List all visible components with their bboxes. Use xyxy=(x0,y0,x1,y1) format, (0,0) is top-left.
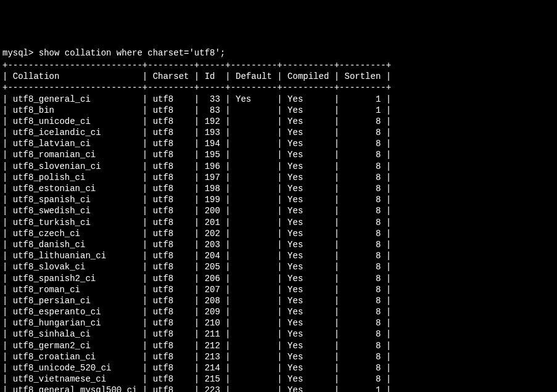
table-row: | utf8_danish_ci | utf8 | 203 | | Yes | … xyxy=(2,239,555,250)
table-row: | utf8_latvian_ci | utf8 | 194 | | Yes |… xyxy=(2,138,555,149)
table-row: | utf8_slovenian_ci | utf8 | 196 | | Yes… xyxy=(2,161,555,172)
table-row: | utf8_esperanto_ci | utf8 | 209 | | Yes… xyxy=(2,306,555,317)
terminal-output[interactable]: mysql> show collation where charset='utf… xyxy=(2,47,555,392)
table-row: | utf8_sinhala_ci | utf8 | 211 | | Yes |… xyxy=(2,329,555,340)
table-separator: +--------------------------+---------+--… xyxy=(2,82,555,93)
table-row: | utf8_hungarian_ci | utf8 | 210 | | Yes… xyxy=(2,317,555,329)
table-header: | Collation | Charset | Id | Default | C… xyxy=(2,71,555,82)
table-row: | utf8_estonian_ci | utf8 | 198 | | Yes … xyxy=(2,183,555,194)
table-row: | utf8_icelandic_ci | utf8 | 193 | | Yes… xyxy=(2,127,555,138)
table-row: | utf8_turkish_ci | utf8 | 201 | | Yes |… xyxy=(2,217,555,228)
table-row: | utf8_romanian_ci | utf8 | 195 | | Yes … xyxy=(2,149,555,160)
table-row: | utf8_general_mysql500_ci | utf8 | 223 … xyxy=(2,385,555,392)
table-row: | utf8_german2_ci | utf8 | 212 | | Yes |… xyxy=(2,340,555,351)
table-row: | utf8_unicode_520_ci | utf8 | 214 | | Y… xyxy=(2,362,555,374)
table-row: | utf8_bin | utf8 | 83 | | Yes | 1 | xyxy=(2,105,555,116)
table-row: | utf8_lithuanian_ci | utf8 | 204 | | Ye… xyxy=(2,250,555,261)
table-row: | utf8_polish_ci | utf8 | 197 | | Yes | … xyxy=(2,172,555,183)
table-separator: +--------------------------+---------+--… xyxy=(2,60,555,71)
table-row: | utf8_swedish_ci | utf8 | 200 | | Yes |… xyxy=(2,205,555,216)
sql-prompt: mysql> show collation where charset='utf… xyxy=(2,47,555,59)
table-row: | utf8_general_ci | utf8 | 33 | Yes | Ye… xyxy=(2,94,555,105)
table-row: | utf8_persian_ci | utf8 | 208 | | Yes |… xyxy=(2,295,555,306)
table-row: | utf8_vietnamese_ci | utf8 | 215 | | Ye… xyxy=(2,374,555,385)
table-row: | utf8_slovak_ci | utf8 | 205 | | Yes | … xyxy=(2,261,555,272)
table-row: | utf8_unicode_ci | utf8 | 192 | | Yes |… xyxy=(2,116,555,127)
table-row: | utf8_czech_ci | utf8 | 202 | | Yes | 8… xyxy=(2,228,555,239)
table-row: | utf8_spanish_ci | utf8 | 199 | | Yes |… xyxy=(2,194,555,205)
table-row: | utf8_croatian_ci | utf8 | 213 | | Yes … xyxy=(2,351,555,362)
table-row: | utf8_spanish2_ci | utf8 | 206 | | Yes … xyxy=(2,273,555,284)
table-row: | utf8_roman_ci | utf8 | 207 | | Yes | 8… xyxy=(2,284,555,295)
